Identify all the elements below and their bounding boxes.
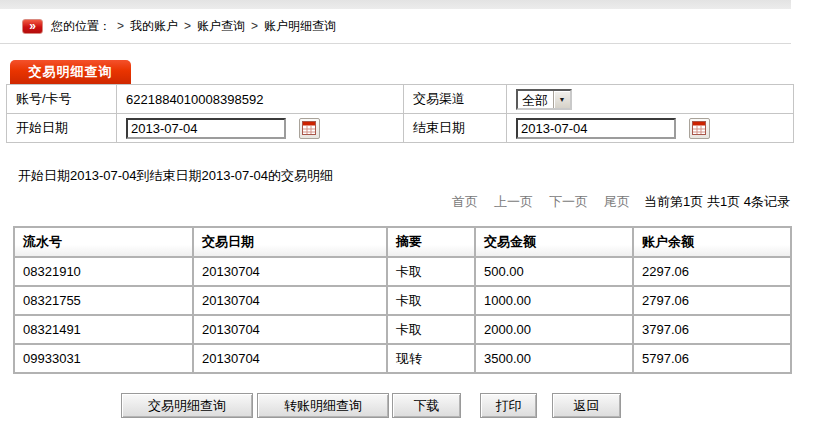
table-row: 08321910 20130704 卡取 500.00 2297.06: [14, 257, 791, 286]
column-header-transaction-amount: 交易金额: [475, 227, 633, 257]
result-summary-text: 开始日期2013-07-04到结束日期2013-07-04的交易明细: [18, 167, 827, 185]
breadcrumb-separator: >: [184, 19, 191, 33]
pagination-next-link[interactable]: 下一页: [549, 193, 588, 211]
cell-serial-number: 08321910: [14, 257, 193, 286]
column-header-serial-number: 流水号: [14, 227, 193, 257]
transfer-detail-query-button[interactable]: 转账明细查询: [257, 393, 389, 418]
cell-transaction-date: 20130704: [193, 257, 387, 286]
table-row: 08321755 20130704 卡取 1000.00 2797.06: [14, 286, 791, 315]
end-date-input[interactable]: [516, 118, 676, 139]
start-date-input[interactable]: [126, 118, 286, 139]
transaction-detail-query-button[interactable]: 交易明细查询: [121, 393, 253, 418]
end-date-label: 结束日期: [404, 114, 507, 143]
channel-select[interactable]: 全部 ▼: [516, 89, 572, 110]
cell-transaction-amount: 500.00: [475, 257, 633, 286]
breadcrumb-separator: >: [117, 19, 124, 33]
pagination-info: 当前第1页 共1页 4条记录: [644, 193, 790, 211]
cell-account-balance: 3797.06: [633, 315, 791, 344]
chevron-down-icon[interactable]: ▼: [553, 91, 570, 108]
breadcrumb-item-account-query[interactable]: 账户查询: [197, 18, 245, 35]
breadcrumb-location-label: 您的位置：: [51, 18, 111, 35]
pagination-first-link[interactable]: 首页: [452, 193, 478, 211]
back-button[interactable]: 返回: [552, 393, 621, 418]
print-button[interactable]: 打印: [480, 393, 537, 418]
cell-account-balance: 2797.06: [633, 286, 791, 315]
calendar-icon: [302, 121, 316, 135]
breadcrumb-item-account-detail-query[interactable]: 账户明细查询: [264, 18, 336, 35]
channel-select-value: 全部: [518, 91, 553, 108]
start-date-calendar-button[interactable]: [299, 118, 320, 139]
top-divider-bar: [0, 0, 791, 9]
pagination-last-link[interactable]: 尾页: [604, 193, 630, 211]
account-number-value: 6221884010008398592: [117, 85, 404, 114]
cell-transaction-date: 20130704: [193, 286, 387, 315]
breadcrumb-item-my-accounts[interactable]: 我的账户: [130, 18, 178, 35]
calendar-icon: [692, 121, 706, 135]
cell-summary: 卡取: [387, 286, 475, 315]
breadcrumb-separator: >: [251, 19, 258, 33]
table-header-row: 流水号 交易日期 摘要 交易金额 账户余额: [14, 227, 791, 257]
cell-transaction-amount: 3500.00: [475, 344, 633, 373]
column-header-summary: 摘要: [387, 227, 475, 257]
form-row-dates: 开始日期 结束日期: [7, 114, 794, 143]
cell-serial-number: 09933031: [14, 344, 193, 373]
action-buttons: 交易明细查询 转账明细查询 下载 打印 返回: [121, 393, 827, 418]
table-row: 09933031 20130704 现转 3500.00 5797.06: [14, 344, 791, 373]
table-row: 08321491 20130704 卡取 2000.00 3797.06: [14, 315, 791, 344]
account-number-label: 账号/卡号: [7, 85, 117, 114]
tab-transaction-detail-query[interactable]: 交易明细查询: [10, 60, 131, 84]
cell-account-balance: 5797.06: [633, 344, 791, 373]
transaction-table: 流水号 交易日期 摘要 交易金额 账户余额 08321910 20130704 …: [13, 226, 792, 374]
chevrons-right-icon: »: [22, 19, 43, 34]
query-form: 账号/卡号 6221884010008398592 交易渠道 全部 ▼ 开始日期: [6, 84, 794, 143]
cell-summary: 现转: [387, 344, 475, 373]
cell-serial-number: 08321755: [14, 286, 193, 315]
channel-label: 交易渠道: [404, 85, 507, 114]
cell-transaction-date: 20130704: [193, 344, 387, 373]
cell-transaction-amount: 2000.00: [475, 315, 633, 344]
pagination: 首页 上一页 下一页 尾页 当前第1页 共1页 4条记录: [0, 193, 790, 211]
download-button[interactable]: 下载: [392, 393, 461, 418]
column-header-transaction-date: 交易日期: [193, 227, 387, 257]
form-row-account-channel: 账号/卡号 6221884010008398592 交易渠道 全部 ▼: [7, 85, 794, 114]
breadcrumb: » 您的位置： > 我的账户 > 账户查询 > 账户明细查询: [0, 9, 791, 44]
cell-summary: 卡取: [387, 257, 475, 286]
cell-transaction-amount: 1000.00: [475, 286, 633, 315]
pagination-prev-link[interactable]: 上一页: [494, 193, 533, 211]
cell-summary: 卡取: [387, 315, 475, 344]
column-header-account-balance: 账户余额: [633, 227, 791, 257]
end-date-calendar-button[interactable]: [689, 118, 710, 139]
start-date-label: 开始日期: [7, 114, 117, 143]
cell-account-balance: 2297.06: [633, 257, 791, 286]
cell-serial-number: 08321491: [14, 315, 193, 344]
cell-transaction-date: 20130704: [193, 315, 387, 344]
